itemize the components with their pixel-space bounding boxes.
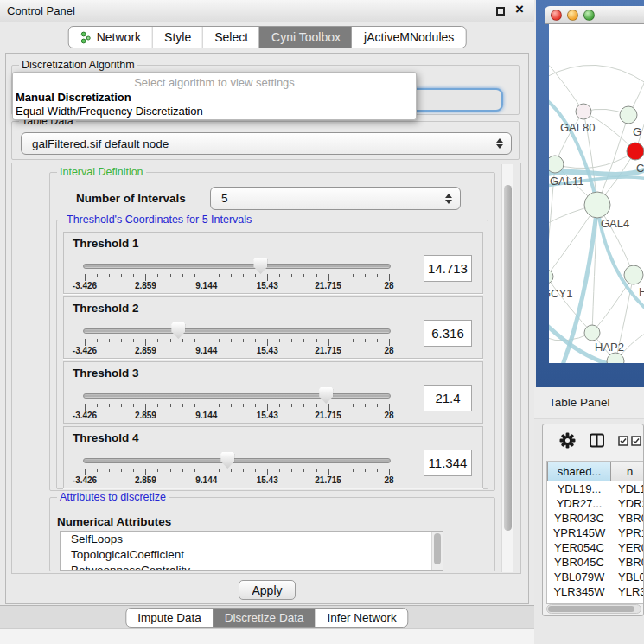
tick-mark [279,404,280,407]
tick-mark [389,404,390,411]
threshold-slider-track[interactable] [83,328,391,334]
table-cell: YDL19... [547,481,611,496]
tab-cyni-toolbox[interactable]: Cyni Toolbox [259,27,352,48]
float-window-icon[interactable] [496,7,505,16]
attribute-list-item[interactable]: BetweennessCentrality [61,563,443,571]
threshold-value-field[interactable]: 6.316 [424,320,472,347]
slider-tick-label: -3.426 [73,475,97,485]
network-node[interactable] [549,156,564,173]
minimize-traffic-light-icon[interactable] [567,10,578,21]
attributes-list-scrollbar[interactable] [431,532,443,570]
slider-tick-label: 28 [384,281,393,290]
slider-ticks [83,339,391,347]
threshold-slider-track[interactable] [83,458,391,463]
tab-select[interactable]: Select [202,27,259,48]
table-column-header[interactable]: n [611,462,644,481]
tick-mark [194,339,195,342]
tab-impute-data[interactable]: Impute Data [126,609,213,627]
table-row[interactable]: YER054CYER0 [547,540,644,555]
attribute-list-item[interactable]: SelfLoops [61,532,443,547]
close-icon[interactable]: × [515,1,524,18]
slider-ticks [83,404,391,411]
network-node[interactable] [584,325,600,341]
threshold-slider-track[interactable] [83,264,391,269]
tick-mark [303,339,304,342]
settings-scrollbar[interactable] [501,164,513,572]
scrollbar-thumb[interactable] [434,533,441,564]
table-row[interactable]: YLR345WYLR3 [547,584,644,599]
threshold-value-field[interactable]: 21.4 [424,385,472,411]
cyni-mode-tabs: Impute DataDiscretize DataInfer Network [125,608,408,628]
split-columns-icon[interactable] [590,433,604,448]
slider-tick-label: 2.859 [135,411,156,420]
tick-mark [279,274,280,277]
tick-mark [145,274,146,281]
tick-mark [243,274,244,277]
tab-style[interactable]: Style [152,27,202,48]
table-data-dropdown[interactable]: galFiltered.sif default node [21,132,512,155]
tab-infer-network[interactable]: Infer Network [315,609,407,627]
threshold-slider-track[interactable] [83,393,391,399]
table-cell: YLR345W [547,584,611,599]
table-row[interactable]: YDR27...YDR2 [547,496,644,511]
attribute-list-item[interactable]: TopologicalCoefficient [61,547,443,563]
network-node-label: H [639,285,644,298]
table-horizontal-scrollbar[interactable] [546,604,641,614]
threshold-slider-thumb[interactable] [319,387,333,404]
threshold-value-field[interactable]: 14.713 [424,255,472,282]
num-intervals-dropdown[interactable]: 5 [210,187,461,210]
network-canvas[interactable]: GAL80GCGAL11GAL4GCY1HHAP2 [549,24,644,363]
zoom-traffic-light-icon[interactable] [583,10,595,21]
tick-mark [279,469,280,472]
tick-mark [353,339,354,342]
tab-discretize-data[interactable]: Discretize Data [213,609,316,627]
network-node[interactable] [624,265,643,284]
numerical-attributes-label: Numerical Attributes [57,515,171,528]
network-graph: GAL80GCGAL11GAL4GCY1HHAP2 [549,24,644,363]
apply-button[interactable]: Apply [239,580,296,600]
checkbox-icon[interactable] [631,436,641,446]
threshold-label: Threshold 2 [73,302,139,315]
algorithm-option[interactable]: Manual Discretization [15,91,414,105]
slider-tick-label: 2.859 [135,475,156,485]
table-cell: YER054C [547,540,611,555]
close-traffic-light-icon[interactable] [551,10,562,21]
threshold-value-field[interactable]: 11.344 [424,450,472,476]
table-row[interactable]: YBL079WYBL0 [547,570,644,584]
algorithm-option[interactable]: Equal Width/Frequency Discretization [15,105,414,118]
network-icon [80,31,92,44]
tick-mark [365,339,366,342]
network-node[interactable] [627,143,644,160]
tick-mark [170,404,171,407]
tick-mark [85,339,86,346]
threshold-slider-thumb[interactable] [253,258,267,274]
threshold-slider-thumb[interactable] [220,452,234,469]
stepper-icon [445,188,452,209]
network-node[interactable] [620,106,637,124]
discretization-algorithm-label: Discretization Algorithm [19,59,137,71]
threshold-slider-thumb[interactable] [171,322,185,339]
network-node[interactable] [576,104,591,119]
network-node[interactable] [584,192,610,218]
tick-mark [377,274,378,277]
table-cell: YDR27... [547,496,611,511]
network-node[interactable] [549,270,553,284]
scrollbar-thumb[interactable] [504,185,512,531]
tick-mark [389,339,390,346]
tab-jactivemnodules[interactable]: jActiveMNodules [352,27,465,48]
attributes-group: Attributes to discretize Numerical Attri… [49,497,495,571]
scrollbar-thumb[interactable] [548,606,634,612]
table-row[interactable]: YDL19...YDL1 [547,481,644,496]
tick-mark [316,339,317,342]
table-row[interactable]: YPR145WYPR1 [547,526,644,540]
table-row[interactable]: YBR043CYBR0 [547,511,644,526]
gear-icon[interactable] [559,432,576,449]
tick-mark [219,404,220,407]
table-row[interactable]: YBR045CYBR0 [547,555,644,570]
tab-label: Cyni Toolbox [271,30,341,44]
tab-network[interactable]: Network [69,27,152,48]
table-column-header[interactable]: shared... [547,462,611,481]
checkbox-icon[interactable] [618,436,628,446]
tick-mark [328,274,329,281]
network-window: GAL80GCGAL11GAL4GCY1HHAP2 [536,0,644,387]
